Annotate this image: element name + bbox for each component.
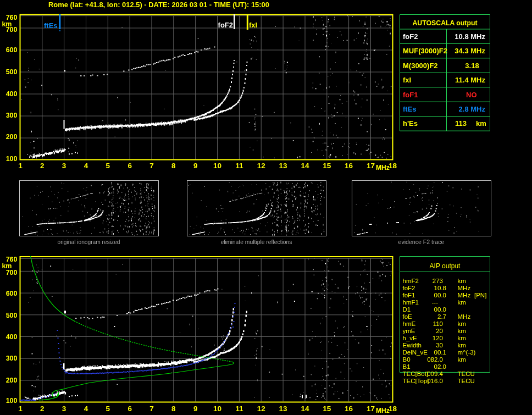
svg-text:10.8 MHz: 10.8 MHz (455, 32, 485, 41)
svg-text:16: 16 (345, 162, 353, 170)
svg-text:300: 300 (6, 355, 18, 362)
svg-text:foF2: foF2 (218, 21, 233, 29)
svg-text:MHz: MHz (458, 292, 471, 298)
svg-text:110: 110 (433, 320, 443, 327)
svg-text:2: 2 (40, 162, 45, 170)
svg-text:foE: foE (403, 313, 413, 320)
svg-text:h_vE: h_vE (403, 335, 418, 341)
svg-text:14: 14 (301, 405, 309, 413)
svg-text:D1: D1 (403, 306, 411, 313)
svg-text:1: 1 (18, 405, 23, 413)
svg-text:11: 11 (235, 405, 243, 413)
svg-text:km: km (458, 342, 466, 348)
svg-text:2.8 MHz: 2.8 MHz (459, 105, 486, 113)
svg-text:082.0: 082.0 (427, 356, 443, 363)
svg-text:MUF(3000)F2: MUF(3000)F2 (403, 47, 447, 55)
svg-text:TEC[Top]: TEC[Top] (403, 378, 429, 384)
svg-text:2: 2 (40, 405, 45, 413)
svg-text:eliminate multiple reflections: eliminate multiple reflections (221, 239, 292, 245)
svg-text:TECU: TECU (458, 378, 475, 384)
svg-text:700: 700 (6, 26, 18, 34)
svg-text:120: 120 (433, 335, 443, 341)
svg-text:18: 18 (389, 162, 397, 170)
svg-text:11.4 MHz: 11.4 MHz (455, 76, 485, 84)
svg-text:02.0: 02.0 (434, 363, 446, 370)
svg-text:km: km (476, 119, 486, 128)
svg-text:Ewidth: Ewidth (403, 342, 422, 348)
svg-text:00.1: 00.1 (434, 349, 446, 356)
svg-text:km: km (458, 335, 466, 341)
svg-text:B0: B0 (403, 356, 411, 363)
svg-text:700: 700 (6, 269, 18, 276)
svg-text:600: 600 (6, 46, 18, 54)
svg-text:7: 7 (149, 405, 154, 413)
svg-text:TECU: TECU (458, 370, 475, 377)
svg-text:fxI: fxI (403, 76, 411, 84)
svg-text:MHz: MHz (458, 313, 471, 320)
svg-text:15: 15 (323, 405, 331, 413)
svg-text:MHz: MHz (376, 164, 390, 171)
svg-text:273: 273 (433, 278, 443, 284)
svg-text:km: km (458, 328, 466, 334)
svg-text:hmF1: hmF1 (403, 299, 419, 306)
svg-text:2.7: 2.7 (437, 313, 446, 320)
svg-text:100: 100 (6, 155, 18, 163)
svg-text:10: 10 (213, 162, 221, 170)
svg-text:ymE: ymE (403, 328, 415, 334)
svg-text:8: 8 (171, 405, 176, 413)
svg-text:MHz: MHz (376, 407, 390, 414)
svg-text:100: 100 (6, 397, 18, 405)
svg-text:fxI: fxI (249, 21, 257, 29)
svg-text:6: 6 (128, 162, 132, 170)
svg-text:km: km (458, 356, 466, 363)
svg-text:DelN_vE: DelN_vE (403, 349, 428, 356)
svg-text:km: km (458, 320, 466, 327)
svg-text:14: 14 (301, 162, 309, 170)
svg-text:---: --- (432, 299, 439, 306)
svg-text:20: 20 (436, 328, 443, 334)
svg-text:original ionogram resized: original ionogram resized (58, 239, 120, 245)
svg-text:009.4: 009.4 (427, 370, 443, 377)
svg-text:400: 400 (6, 90, 18, 98)
svg-text:km: km (458, 299, 466, 306)
svg-text:34.3 MHz: 34.3 MHz (455, 47, 485, 55)
svg-text:hmE: hmE (403, 320, 416, 327)
svg-text:13: 13 (279, 162, 288, 170)
svg-text:500: 500 (6, 312, 18, 319)
svg-text:9: 9 (193, 162, 198, 170)
svg-text:ftEs: ftEs (403, 105, 417, 113)
svg-text:400: 400 (6, 333, 18, 341)
svg-text:M(3000)F2: M(3000)F2 (403, 62, 438, 70)
svg-text:8: 8 (171, 162, 176, 170)
svg-text:TEC[Bot]: TEC[Bot] (403, 370, 429, 377)
svg-text:Rome (lat: +41.8, lon: 012.5): Rome (lat: +41.8, lon: 012.5) - DATE: 20… (48, 1, 269, 9)
svg-text:016.0: 016.0 (427, 378, 443, 384)
svg-text:200: 200 (6, 133, 18, 141)
svg-text:300: 300 (6, 112, 18, 119)
svg-text:17: 17 (367, 405, 375, 413)
svg-text:3.18: 3.18 (465, 62, 479, 70)
svg-text:evidence F2 trace: evidence F2 trace (398, 239, 445, 245)
svg-text:AUTOSCALA output: AUTOSCALA output (413, 19, 478, 27)
svg-text:13: 13 (279, 405, 288, 413)
svg-text:B1: B1 (403, 363, 411, 370)
svg-text:[PN]: [PN] (474, 292, 486, 298)
svg-text:00.0: 00.0 (434, 306, 446, 313)
svg-text:12: 12 (257, 405, 265, 413)
svg-text:foF2: foF2 (403, 285, 415, 291)
svg-text:4: 4 (84, 162, 88, 170)
svg-text:MHz: MHz (458, 285, 471, 291)
svg-text:hmF2: hmF2 (403, 278, 419, 284)
svg-text:10.8: 10.8 (434, 285, 446, 291)
svg-text:200: 200 (6, 377, 18, 384)
svg-text:17: 17 (367, 162, 375, 170)
svg-text:3: 3 (62, 405, 66, 413)
svg-text:9: 9 (193, 405, 198, 413)
svg-text:15: 15 (323, 162, 331, 170)
svg-text:7: 7 (149, 162, 154, 170)
svg-text:foF1: foF1 (403, 292, 415, 298)
svg-text:ftEs: ftEs (44, 21, 58, 30)
svg-text:16: 16 (345, 405, 353, 413)
svg-text:30: 30 (436, 342, 443, 348)
svg-text:4: 4 (84, 405, 88, 413)
